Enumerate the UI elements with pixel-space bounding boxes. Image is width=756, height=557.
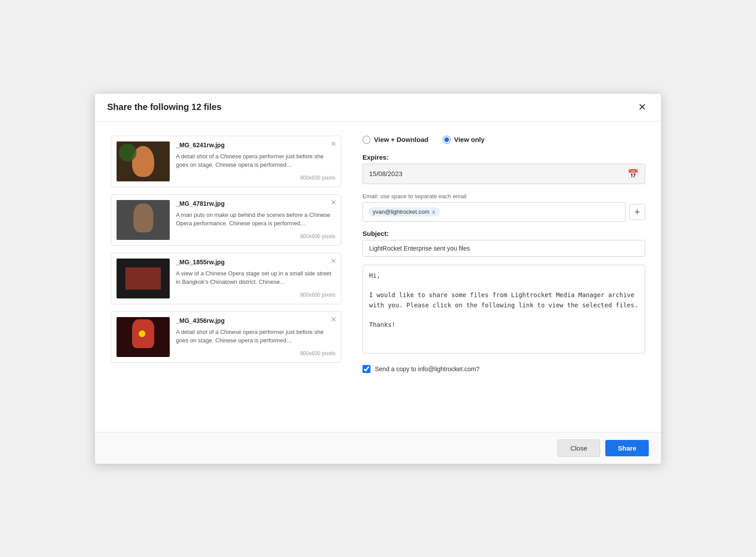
- file-description: A man puts on make up behind the scenes …: [176, 211, 335, 228]
- subject-field: Subject:: [362, 230, 645, 257]
- email-tag-value: yvan@lightrocket.com: [373, 208, 429, 215]
- copy-label[interactable]: Send a copy to info@lightrocket.com?: [375, 365, 479, 373]
- file-name: _MG_1855rw.jpg: [176, 259, 335, 266]
- file-description: A detail shot of a Chinese opera perform…: [176, 152, 335, 169]
- file-card: _MG_1855rw.jpg A view of a Chinese Opera…: [111, 253, 341, 304]
- file-info: _MG_6241rw.jpg A detail shot of a Chines…: [176, 141, 335, 181]
- dialog-close-button[interactable]: ✕: [635, 102, 649, 113]
- file-size: 900x600 pixels: [176, 175, 335, 181]
- file-thumbnail: [117, 141, 170, 181]
- file-info: _MG_4356rw.jpg A detail shot of a Chines…: [176, 317, 335, 357]
- share-dialog: Share the following 12 files ✕ _MG_6241r…: [94, 93, 662, 464]
- file-size: 900x600 pixels: [176, 233, 335, 239]
- view-download-radio[interactable]: [362, 136, 370, 144]
- file-remove-button[interactable]: ✕: [331, 316, 336, 323]
- file-remove-button[interactable]: ✕: [331, 141, 336, 148]
- file-name: _MG_6241rw.jpg: [176, 141, 335, 149]
- date-input[interactable]: [369, 170, 627, 177]
- file-remove-button[interactable]: ✕: [331, 258, 336, 265]
- email-tag-remove[interactable]: x: [432, 208, 435, 215]
- email-tag: yvan@lightrocket.com x: [368, 207, 440, 216]
- email-label: Email: use space to separate each email: [362, 192, 645, 200]
- subject-input[interactable]: [362, 240, 645, 257]
- file-thumbnail: [117, 259, 170, 298]
- view-only-radio[interactable]: [443, 136, 451, 144]
- message-textarea[interactable]: [362, 265, 645, 353]
- email-field: Email: use space to separate each email …: [362, 192, 645, 222]
- file-thumbnail: [117, 200, 170, 240]
- file-card: _MG_6241rw.jpg A detail shot of a Chines…: [111, 136, 341, 187]
- expires-label: Expires:: [362, 153, 645, 161]
- view-download-label: View + Download: [374, 136, 429, 143]
- expires-field: Expires: 📅: [362, 153, 645, 184]
- file-card: _MG_4781rw.jpg A man puts on make up beh…: [111, 194, 341, 246]
- files-panel: _MG_6241rw.jpg A detail shot of a Chines…: [111, 136, 341, 421]
- copy-checkbox[interactable]: [362, 365, 370, 373]
- dialog-footer: Close Share: [95, 432, 661, 464]
- view-download-radio-label[interactable]: View + Download: [362, 136, 429, 144]
- permission-radio-group: View + Download View only: [362, 136, 645, 144]
- copy-checkbox-row: Send a copy to info@lightrocket.com?: [362, 365, 645, 373]
- subject-label: Subject:: [362, 230, 645, 237]
- date-input-wrap: 📅: [362, 164, 645, 184]
- file-name: _MG_4781rw.jpg: [176, 200, 335, 207]
- file-description: A detail shot of a Chinese opera perform…: [176, 328, 335, 345]
- email-tags-container[interactable]: yvan@lightrocket.com x: [362, 202, 626, 222]
- dialog-title: Share the following 12 files: [107, 102, 222, 112]
- file-card: _MG_4356rw.jpg A detail shot of a Chines…: [111, 311, 341, 363]
- file-size: 900x600 pixels: [176, 350, 335, 357]
- calendar-icon[interactable]: 📅: [627, 169, 639, 179]
- file-remove-button[interactable]: ✕: [331, 199, 336, 206]
- view-only-label: View only: [454, 136, 485, 143]
- file-info: _MG_4781rw.jpg A man puts on make up beh…: [176, 200, 335, 239]
- file-description: A view of a Chinese Opera stage set up i…: [176, 269, 335, 286]
- email-wrap: yvan@lightrocket.com x +: [362, 202, 645, 222]
- add-email-button[interactable]: +: [629, 204, 645, 220]
- file-thumbnail: [117, 317, 170, 357]
- close-button[interactable]: Close: [557, 439, 600, 457]
- file-info: _MG_1855rw.jpg A view of a Chinese Opera…: [176, 259, 335, 298]
- message-field: [362, 265, 645, 355]
- share-button[interactable]: Share: [605, 440, 649, 456]
- view-only-radio-label[interactable]: View only: [443, 136, 485, 144]
- file-name: _MG_4356rw.jpg: [176, 317, 335, 324]
- file-size: 900x600 pixels: [176, 292, 335, 298]
- dialog-header: Share the following 12 files ✕: [95, 94, 661, 122]
- dialog-body: _MG_6241rw.jpg A detail shot of a Chines…: [95, 122, 661, 432]
- options-panel: View + Download View only Expires: 📅 Ema…: [362, 136, 645, 421]
